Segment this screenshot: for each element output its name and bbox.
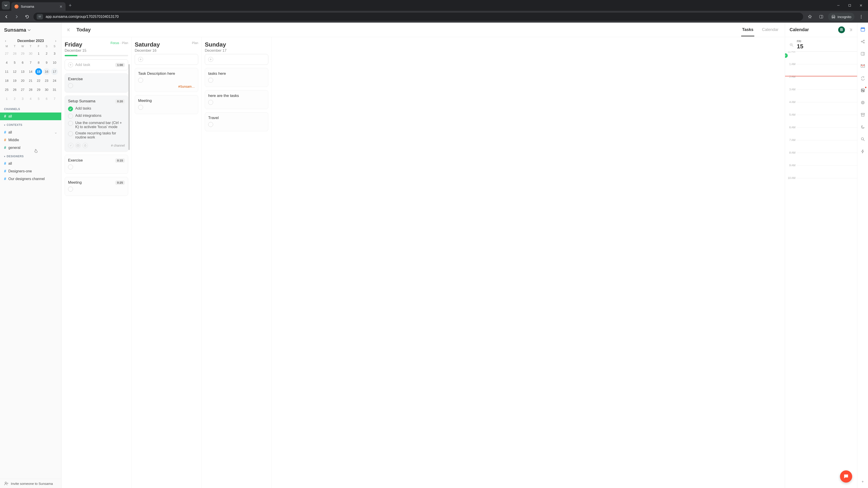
task-checkbox[interactable] <box>68 164 73 169</box>
task-checkbox[interactable] <box>208 78 213 83</box>
mini-cal-day[interactable]: 3 <box>51 50 58 57</box>
task-schedule-button[interactable] <box>75 143 81 148</box>
rail-search-button[interactable] <box>860 136 866 142</box>
new-tab-button[interactable]: + <box>66 2 75 8</box>
task-card[interactable]: Setup Sunsama0:20✓Add tasksAdd integrati… <box>65 96 128 152</box>
window-minimize-button[interactable] <box>833 1 844 10</box>
mini-cal-day[interactable]: 18 <box>3 77 10 84</box>
designer-channel-Our designers channel[interactable]: #Our designers channel <box>0 175 61 183</box>
mini-cal-day[interactable]: 7 <box>51 95 58 102</box>
task-card[interactable]: Exercise <box>65 73 128 92</box>
nav-reload-button[interactable] <box>23 13 31 21</box>
rail-panel-button[interactable] <box>860 51 866 57</box>
mini-cal-day[interactable]: 22 <box>35 77 42 84</box>
context-all[interactable]: #all⌄ <box>0 128 61 136</box>
support-chat-button[interactable] <box>840 470 852 483</box>
add-task-input[interactable]: + <box>135 54 198 65</box>
mini-cal-day[interactable]: 13 <box>19 68 26 75</box>
mini-cal-day[interactable]: 26 <box>11 86 18 93</box>
browser-menu-button[interactable] <box>857 12 866 21</box>
mini-cal-day[interactable]: 12 <box>11 68 18 75</box>
designer-channel-all[interactable]: #all <box>0 160 61 167</box>
mini-cal-day[interactable]: 20 <box>19 77 26 84</box>
mini-cal-day[interactable]: 10 <box>51 59 58 66</box>
view-tab-calendar[interactable]: Calendar <box>761 23 779 36</box>
collapse-sidebar-button[interactable] <box>67 28 71 32</box>
mini-cal-day[interactable]: 11 <box>3 68 10 75</box>
subtask-row[interactable]: ✓Add tasks <box>68 105 125 112</box>
timeline-hour[interactable]: 3 AM <box>796 90 857 102</box>
mini-cal-day[interactable]: 30 <box>27 50 34 57</box>
add-task-input[interactable]: + <box>205 54 268 65</box>
mini-cal-next-button[interactable]: › <box>54 38 57 44</box>
day-action-focus[interactable]: Focus <box>111 41 119 45</box>
timeline-hour[interactable]: 9 AM <box>796 165 857 178</box>
task-timer-button[interactable] <box>83 143 88 148</box>
contexts-section-toggle[interactable]: CONTEXTS <box>0 120 61 128</box>
browser-tab[interactable]: Sunsama ✕ <box>11 2 66 11</box>
task-channel-tag[interactable]: # channel <box>111 144 125 147</box>
mini-cal-day[interactable]: 17 <box>51 68 58 75</box>
subtask-row[interactable]: Add integrations <box>68 112 125 120</box>
mini-cal-day[interactable]: 14 <box>27 68 34 75</box>
mini-cal-day[interactable]: 2 <box>11 95 18 102</box>
rail-archive-button[interactable] <box>860 111 866 118</box>
mini-cal-day[interactable]: 5 <box>35 95 42 102</box>
user-avatar[interactable]: B <box>838 26 845 33</box>
subtask-row[interactable]: Create recurring tasks for routine work <box>68 130 125 140</box>
task-checkbox[interactable] <box>138 105 143 110</box>
expand-calendar-button[interactable] <box>848 28 852 32</box>
task-complete-button[interactable]: ✓ <box>68 143 73 148</box>
subtask-checkbox[interactable] <box>68 121 73 126</box>
timeline-hour[interactable]: 10 AM <box>796 178 857 191</box>
rail-gmail-button[interactable] <box>860 63 866 69</box>
task-card[interactable]: Task Description here#Sunsam… <box>135 68 198 92</box>
day-action-plan[interactable]: Plan <box>192 41 198 45</box>
mini-cal-day[interactable]: 4 <box>27 95 34 102</box>
mini-cal-day[interactable]: 29 <box>19 50 26 57</box>
rail-add-integration-button[interactable]: + <box>860 479 866 485</box>
timeline-hour[interactable]: 4 AM <box>796 102 857 115</box>
mini-cal-prev-button[interactable]: ‹ <box>4 38 7 44</box>
tab-close-button[interactable]: ✕ <box>59 4 62 9</box>
default-duration[interactable]: 1:00 <box>115 63 125 67</box>
task-duration[interactable]: 0:15 <box>115 158 125 163</box>
timeline-hour[interactable]: 12 AM <box>796 52 857 64</box>
mini-cal-day[interactable]: 5 <box>11 59 18 66</box>
day-action-plan[interactable]: Plan <box>122 41 128 45</box>
task-card[interactable]: tasks here <box>205 68 268 87</box>
mini-cal-day[interactable]: 28 <box>27 86 34 93</box>
task-card[interactable]: here are the tasks <box>205 90 268 109</box>
tab-history-button[interactable] <box>2 1 10 9</box>
scrollbar-thumb[interactable] <box>128 64 130 150</box>
timeline-hour[interactable]: 6 AM <box>796 127 857 140</box>
invite-link[interactable]: Invite someone to Sunsama <box>0 479 61 488</box>
mini-cal-day[interactable]: 3 <box>19 95 26 102</box>
calendar-timeline[interactable]: 12 AM1 AM2 AM3 AM4 AM5 AM6 AM7 AM8 AM9 A… <box>785 52 857 488</box>
rail-bolt-button[interactable] <box>860 148 866 155</box>
task-checkbox[interactable] <box>208 122 213 127</box>
rail-target-button[interactable] <box>860 99 866 106</box>
task-card[interactable]: Meeting <box>135 95 198 114</box>
context-general[interactable]: #general <box>0 144 61 152</box>
mini-cal-day[interactable]: 1 <box>3 95 10 102</box>
bookmark-star-button[interactable] <box>805 12 814 21</box>
task-card[interactable]: Travel <box>205 112 268 131</box>
mini-cal-day[interactable]: 31 <box>51 86 58 93</box>
mini-cal-day[interactable]: 24 <box>51 77 58 84</box>
rail-sync-button[interactable] <box>860 75 866 81</box>
mini-cal-day[interactable]: 30 <box>43 86 50 93</box>
mini-cal-day[interactable]: 1 <box>35 50 42 57</box>
mini-cal-day[interactable]: 2 <box>43 50 50 57</box>
task-duration[interactable]: 0:25 <box>115 181 125 185</box>
timeline-hour[interactable]: 5 AM <box>796 115 857 127</box>
nav-back-button[interactable] <box>2 13 10 21</box>
task-checkbox[interactable] <box>138 78 143 83</box>
task-card[interactable]: Exercise0:15 <box>65 155 128 174</box>
window-close-button[interactable] <box>856 1 866 10</box>
sidepanel-button[interactable] <box>817 12 826 21</box>
mini-cal-day[interactable]: 29 <box>35 86 42 93</box>
address-bar[interactable]: app.sunsama.com/group/1702570104013170 <box>33 13 803 21</box>
mini-cal-day[interactable]: 27 <box>3 50 10 57</box>
subtask-checkbox[interactable] <box>68 131 73 136</box>
